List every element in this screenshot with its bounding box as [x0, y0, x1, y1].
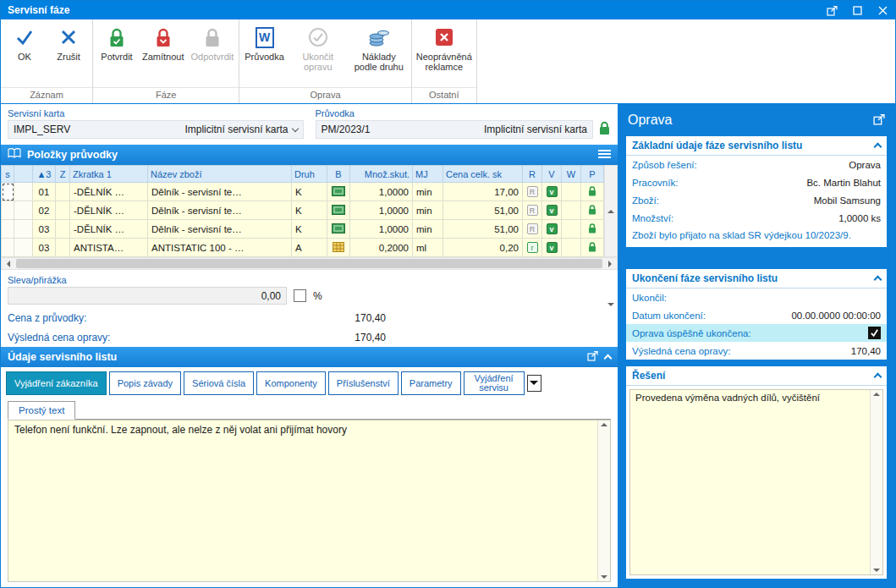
col-header-mj[interactable]: MJ [413, 166, 443, 183]
row-label: Pracovník: [632, 178, 678, 188]
solution-title: Řešení [632, 370, 665, 382]
repair-finished-checkbox[interactable] [868, 327, 881, 339]
collapse-icon[interactable] [604, 354, 613, 363]
cell-mnoz: 1,0000 [350, 201, 413, 220]
green-lock-icon [107, 25, 126, 49]
cell-nazev: Dělník - servisní te… [148, 201, 292, 220]
tab-seriova-cisla[interactable]: Sériová čísla [184, 371, 254, 395]
table-horizontal-scrollbar[interactable] [1, 257, 618, 270]
tab-prislusenstvi[interactable]: Příslušenství [328, 371, 399, 395]
lock-icon [587, 241, 597, 253]
col-header-cena[interactable]: Cena celk. sk [443, 166, 523, 183]
card-row: Množství: 1,0000 ks [626, 209, 887, 227]
tab-popis-zavady[interactable]: Popis závady [109, 371, 181, 395]
discount-value: 0,00 [261, 290, 281, 302]
customer-statement-textarea[interactable]: Telefon není funkční. Lze zapnout, ale n… [8, 420, 597, 581]
col-header-blank[interactable] [14, 166, 33, 183]
cell-num: 03 [33, 239, 56, 257]
finish-repair-button: Ukončit opravu [288, 22, 349, 87]
discount-input[interactable]: 0,00 [8, 287, 287, 305]
customer-statement-area: Telefon není funkční. Lze zapnout, ale n… [8, 420, 611, 582]
table-vertical-scrollbar[interactable] [604, 165, 618, 257]
solution-vertical-scrollbar[interactable] [870, 390, 882, 574]
collapse-icon[interactable] [874, 373, 882, 382]
maximize-icon[interactable] [844, 1, 870, 19]
stock-receipt-note: Zboží bylo přijato na sklad SR výdejkou … [626, 227, 887, 247]
close-icon[interactable] [870, 1, 895, 19]
col-header-sort[interactable]: ▲3 [33, 166, 56, 183]
percent-checkbox[interactable] [294, 289, 306, 302]
servisni-karta-detail: Implicitní servisní karta [184, 124, 288, 135]
col-header-v[interactable]: V [542, 166, 562, 183]
row-label: Datum ukončení: [632, 310, 706, 321]
tab-overflow-button[interactable] [527, 375, 541, 392]
cell-mj: min [413, 183, 443, 201]
card-row: Datum ukončení: 00.00.0000 00:00:00 [626, 306, 887, 324]
cell-mnoz: 0,2000 [350, 239, 413, 257]
solution-card: Řešení Provedena výměna vadných dílů, vy… [626, 366, 887, 579]
pruvodka-input[interactable]: PM/2023/1 Implicitní servisní karta [316, 120, 594, 139]
material-grid-icon [333, 242, 344, 252]
final-price-label: Výsledná cena opravy: [8, 332, 110, 343]
table-row[interactable]: 03 ANTISTA… ANTISTATIC 100 - … A 0,2000 … [2, 239, 604, 257]
scroll-up-icon[interactable] [601, 420, 607, 426]
tab-komponenty[interactable]: Komponenty [256, 371, 326, 395]
scroll-left-icon[interactable] [2, 258, 14, 269]
cell-cena: 17,00 [443, 183, 523, 201]
scroll-right-icon[interactable] [604, 258, 617, 269]
col-header-nazev[interactable]: Název zboží [148, 166, 292, 183]
cell-w [562, 220, 581, 239]
col-header-w[interactable]: W [562, 166, 581, 183]
col-header-zkratka[interactable]: Zkratka 1 [70, 166, 148, 183]
scroll-down-icon[interactable] [601, 575, 607, 582]
pruvodka-field: Průvodka PM/2023/1 Implicitní servisní k… [316, 108, 612, 139]
service-sheet-tabs: Vyjádření zákazníka Popis závady Sériová… [1, 367, 618, 395]
reject-button-label: Zamítnout [142, 52, 184, 62]
row-label: Výsledná cena opravy: [632, 346, 730, 356]
table-row[interactable]: 02 -DĚLNÍK … Dělník - servisní te… K 1,0… [2, 201, 604, 220]
collapse-icon[interactable] [874, 276, 882, 284]
open-in-window-icon[interactable] [873, 113, 885, 128]
cell-zkratka: ANTISTA… [70, 239, 148, 257]
collapse-icon[interactable] [874, 143, 882, 151]
table-row[interactable]: 03 -DĚLNÍK … Dělník - servisní te… K 1,0… [2, 220, 604, 239]
cell-b [327, 183, 350, 201]
col-header-r[interactable]: R [523, 166, 542, 183]
scrollbar-thumb[interactable] [16, 259, 602, 268]
tab-prosty-text[interactable]: Prostý text [8, 401, 75, 420]
menu-icon[interactable] [598, 149, 611, 162]
ok-button[interactable]: OK [3, 22, 47, 87]
pruvodka-button[interactable]: W Průvodka [241, 22, 287, 87]
servisni-karta-input[interactable]: IMPL_SERV Implicitní servisní karta [8, 120, 304, 139]
cell-b [327, 201, 350, 220]
cancel-button[interactable]: Zrušit [47, 22, 91, 87]
reject-button[interactable]: Zamítnout [139, 22, 188, 87]
dropdown-icon[interactable] [291, 124, 298, 131]
costs-by-type-button-label: Náklady podle druhu [352, 52, 406, 72]
note-vertical-scrollbar[interactable] [597, 420, 610, 581]
col-header-p[interactable]: P [581, 166, 604, 183]
scroll-down-icon[interactable] [873, 569, 880, 575]
col-header-s[interactable]: s [2, 166, 14, 183]
banknote-icon [332, 223, 345, 234]
col-header-druh[interactable]: Druh [292, 166, 327, 183]
table-row[interactable]: 01 -DĚLNÍK … Dělník - servisní te… K 1,0… [2, 183, 604, 201]
confirm-button[interactable]: Potvrdit [95, 22, 139, 87]
dock-window-icon[interactable] [819, 1, 844, 19]
service-sheet-section-bar: Údaje servisního listu [1, 347, 618, 367]
col-header-z[interactable]: Z [56, 166, 70, 183]
open-in-window-icon[interactable] [587, 350, 598, 364]
tab-vyjadreni-zakaznika[interactable]: Vyjádření zákazníka [6, 371, 107, 395]
col-header-mnoz[interactable]: Množ.skut. [350, 166, 413, 183]
tab-parametry[interactable]: Parametry [401, 371, 461, 395]
servisni-karta-label: Servisní karta [8, 108, 304, 118]
costs-by-type-button[interactable]: Náklady podle druhu [349, 22, 410, 87]
scroll-up-icon[interactable] [605, 166, 618, 256]
tab-vyjadreni-servisu[interactable]: Vyjádření servisu [464, 371, 525, 395]
col-header-b[interactable]: B [327, 166, 350, 183]
final-price-value: 170,40 [355, 332, 386, 343]
unauthorized-claim-button[interactable]: Neoprávněná reklamce [414, 22, 475, 87]
solution-textarea[interactable]: Provedena výměna vadných dílů, vyčištění [630, 390, 870, 574]
scroll-up-icon[interactable] [873, 389, 880, 396]
cell-zkratka: -DĚLNÍK … [70, 183, 148, 201]
